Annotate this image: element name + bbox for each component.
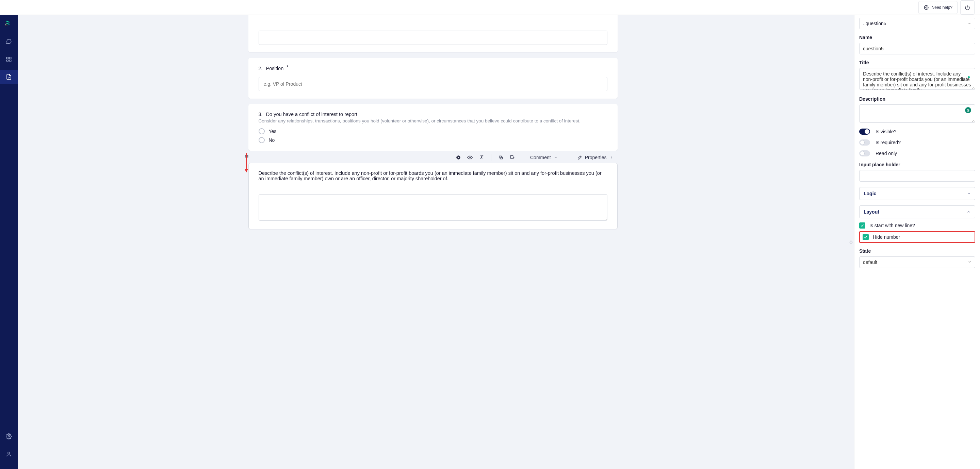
title-input[interactable]: Describe the conflict(s) of interest. In… — [859, 68, 975, 90]
toolbar-required-icon[interactable]: X — [478, 154, 485, 161]
chevron-up-icon — [967, 210, 971, 214]
state-select[interactable]: default — [859, 256, 975, 268]
toolbar-copy-icon[interactable] — [498, 154, 504, 161]
is-required-label: Is required? — [875, 140, 901, 145]
help-icon — [924, 5, 929, 10]
title-label: Title — [859, 60, 975, 65]
read-only-label: Read only — [875, 151, 897, 156]
svg-marker-18 — [245, 169, 248, 172]
question-card-1[interactable] — [248, 15, 617, 52]
panel-resizer[interactable] — [848, 15, 854, 469]
toolbar-visibility-icon[interactable] — [466, 154, 473, 161]
svg-point-7 — [8, 436, 10, 437]
hide-number-checkbox[interactable]: Hide number — [862, 234, 972, 240]
question-card-3[interactable]: 3. Do you have a conflict of interest to… — [248, 104, 617, 151]
question-3-options: Yes No — [259, 128, 608, 143]
chevron-right-icon — [609, 156, 614, 159]
svg-rect-3 — [6, 57, 8, 59]
read-only-toggle[interactable] — [859, 150, 870, 156]
svg-rect-13 — [511, 156, 513, 159]
toolbar-addto-icon[interactable] — [509, 154, 516, 161]
wand-icon — [578, 155, 582, 160]
description-label: Description — [859, 96, 975, 102]
toolbar-delete-icon[interactable] — [455, 154, 462, 161]
nav-modules-icon[interactable] — [0, 52, 18, 66]
question-card-5[interactable]: Describe the conflict(s) of interest. In… — [248, 163, 617, 229]
toolbar-comment-button[interactable]: Comment — [530, 155, 558, 160]
hide-number-highlight: Hide number — [859, 231, 975, 243]
start-new-line-checkbox[interactable]: Is start with new line? — [859, 223, 975, 229]
logic-section-toggle[interactable]: Logic — [859, 187, 975, 200]
nav-settings-icon[interactable] — [0, 429, 18, 443]
svg-point-1 — [926, 7, 927, 8]
question-3-title: 3. Do you have a conflict of interest to… — [259, 111, 608, 117]
name-input[interactable] — [859, 43, 975, 54]
nav-builder-icon[interactable] — [0, 70, 18, 84]
description-input[interactable] — [859, 104, 975, 123]
state-label: State — [859, 248, 975, 254]
nav-profile-icon[interactable] — [0, 447, 18, 461]
need-help-label: Need help? — [932, 5, 953, 10]
question-card-2[interactable]: 2. Position * — [248, 58, 617, 99]
svg-rect-6 — [10, 60, 11, 61]
properties-panel: ..question5 Name Title Describe the conf… — [854, 15, 980, 469]
is-visible-toggle[interactable] — [859, 129, 870, 135]
left-sidebar: s — [0, 15, 18, 469]
chevron-down-icon — [554, 156, 558, 159]
layout-section-toggle[interactable]: Layout — [859, 205, 975, 218]
question-toolbar: X Comment Properties — [248, 152, 617, 163]
checkmark-icon — [862, 234, 869, 240]
nav-chat-icon[interactable] — [0, 35, 18, 48]
placeholder-input[interactable] — [859, 170, 975, 181]
name-label: Name — [859, 35, 975, 40]
power-icon — [965, 5, 970, 10]
required-star-icon: * — [286, 65, 288, 70]
placeholder-label: Input place holder — [859, 162, 975, 167]
need-help-button[interactable]: Need help? — [918, 1, 958, 14]
is-required-toggle[interactable] — [859, 140, 870, 146]
radio-icon — [259, 128, 265, 134]
chevron-down-icon — [967, 21, 972, 25]
question-2-title: 2. Position * — [259, 65, 608, 72]
toolbar-properties-button[interactable]: Properties — [578, 155, 614, 160]
radio-no[interactable]: No — [259, 137, 608, 143]
is-visible-label: Is visible? — [875, 129, 896, 134]
question-path-select[interactable]: ..question5 — [859, 17, 975, 29]
top-header: Need help? — [0, 0, 980, 15]
checkmark-icon — [859, 223, 865, 229]
radio-yes[interactable]: Yes — [259, 128, 608, 134]
annotation-arrow-icon — [244, 153, 249, 172]
question-5-title: Describe the conflict(s) of interest. In… — [259, 170, 608, 181]
svg-point-8 — [8, 452, 10, 454]
form-editor: 2. Position * 3. Do you have a conflict … — [18, 15, 848, 469]
svg-rect-4 — [10, 57, 11, 59]
question-1-input[interactable] — [259, 30, 608, 45]
svg-rect-5 — [6, 60, 8, 61]
question-5-textarea[interactable] — [259, 194, 608, 221]
chevron-down-icon — [967, 191, 971, 196]
status-dot-icon — [968, 76, 970, 78]
power-button[interactable] — [960, 0, 975, 14]
radio-icon — [259, 137, 265, 143]
app-logo: s — [4, 18, 14, 28]
question-3-description: Consider any relationships, transactions… — [259, 118, 608, 124]
question-2-input[interactable] — [259, 77, 608, 91]
svg-text:s: s — [5, 21, 8, 27]
svg-point-10 — [469, 157, 471, 158]
